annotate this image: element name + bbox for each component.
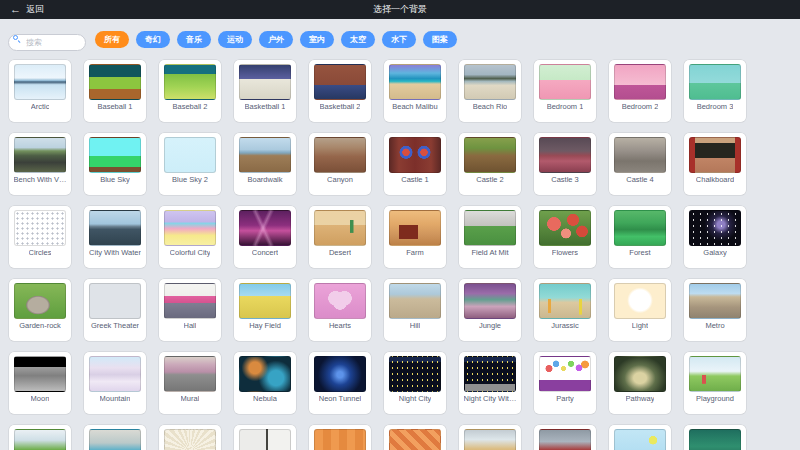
backdrop-card[interactable]: Galaxy bbox=[684, 206, 746, 268]
backdrop-label: Basketball 1 bbox=[245, 102, 286, 112]
backdrop-card[interactable]: Hearts bbox=[309, 279, 371, 341]
filter-tag-7[interactable]: 水下 bbox=[382, 31, 416, 48]
backdrop-thumbnail bbox=[689, 429, 741, 450]
filter-tag-3[interactable]: 运动 bbox=[218, 31, 252, 48]
backdrop-card[interactable]: Hay Field bbox=[234, 279, 296, 341]
filter-tag-2[interactable]: 音乐 bbox=[177, 31, 211, 48]
backdrop-card[interactable]: Bedroom 1 bbox=[534, 60, 596, 122]
backdrop-card[interactable]: Blue Sky bbox=[84, 133, 146, 195]
backdrop-thumbnail bbox=[314, 283, 366, 319]
backdrop-card[interactable]: Garden-rock bbox=[9, 279, 71, 341]
backdrop-thumbnail bbox=[689, 356, 741, 392]
backdrop-card[interactable] bbox=[459, 425, 521, 450]
backdrop-label: Nebula bbox=[253, 394, 277, 404]
topbar: ← 返回 选择一个背景 bbox=[0, 0, 800, 19]
backdrop-card[interactable]: Baseball 1 bbox=[84, 60, 146, 122]
backdrop-card[interactable] bbox=[609, 425, 671, 450]
backdrop-card[interactable]: Colorful City bbox=[159, 206, 221, 268]
backdrop-card[interactable] bbox=[9, 425, 71, 450]
backdrop-card[interactable]: Blue Sky 2 bbox=[159, 133, 221, 195]
backdrop-label: Circles bbox=[29, 248, 52, 258]
backdrop-card[interactable]: Basketball 1 bbox=[234, 60, 296, 122]
filter-tag-0[interactable]: 所有 bbox=[95, 31, 129, 48]
backdrop-label: Night City bbox=[399, 394, 432, 404]
backdrop-card[interactable]: Castle 4 bbox=[609, 133, 671, 195]
backdrop-card[interactable]: Arctic bbox=[9, 60, 71, 122]
backdrop-card[interactable]: Castle 2 bbox=[459, 133, 521, 195]
backdrop-card[interactable]: Mountain bbox=[84, 352, 146, 414]
backdrop-card[interactable]: Circles bbox=[9, 206, 71, 268]
backdrop-thumbnail bbox=[239, 429, 291, 450]
backdrop-card[interactable]: Hill bbox=[384, 279, 446, 341]
backdrop-card[interactable] bbox=[159, 425, 221, 450]
backdrop-card[interactable]: Hall bbox=[159, 279, 221, 341]
backdrop-card[interactable]: Metro bbox=[684, 279, 746, 341]
backdrop-card[interactable]: Jungle bbox=[459, 279, 521, 341]
backdrop-card[interactable]: Jurassic bbox=[534, 279, 596, 341]
backdrop-card[interactable]: Castle 1 bbox=[384, 133, 446, 195]
backdrop-card[interactable]: Forest bbox=[609, 206, 671, 268]
backdrop-card[interactable]: Night City bbox=[384, 352, 446, 414]
backdrop-card[interactable]: Mural bbox=[159, 352, 221, 414]
backdrop-card[interactable]: Basketball 2 bbox=[309, 60, 371, 122]
backdrop-card[interactable] bbox=[309, 425, 371, 450]
backdrop-card[interactable]: Neon Tunnel bbox=[309, 352, 371, 414]
backdrop-card[interactable]: Moon bbox=[9, 352, 71, 414]
backdrop-thumbnail bbox=[464, 356, 516, 392]
backdrop-card[interactable] bbox=[84, 425, 146, 450]
backdrop-card[interactable]: Party bbox=[534, 352, 596, 414]
backdrop-label: Boardwalk bbox=[247, 175, 282, 185]
backdrop-thumbnail bbox=[89, 283, 141, 319]
backdrop-label: Bench With V… bbox=[14, 175, 67, 185]
backdrop-card[interactable]: Beach Rio bbox=[459, 60, 521, 122]
backdrop-card[interactable]: Concert bbox=[234, 206, 296, 268]
backdrop-card[interactable] bbox=[684, 425, 746, 450]
backdrop-card[interactable]: Beach Malibu bbox=[384, 60, 446, 122]
backdrop-label: Jungle bbox=[479, 321, 501, 331]
backdrop-thumbnail bbox=[689, 283, 741, 319]
filter-tag-1[interactable]: 奇幻 bbox=[136, 31, 170, 48]
backdrop-card[interactable]: Baseball 2 bbox=[159, 60, 221, 122]
filter-tag-8[interactable]: 图案 bbox=[423, 31, 457, 48]
backdrop-card[interactable]: Castle 3 bbox=[534, 133, 596, 195]
backdrop-card[interactable]: Flowers bbox=[534, 206, 596, 268]
filter-tag-4[interactable]: 户外 bbox=[259, 31, 293, 48]
backdrop-thumbnail bbox=[14, 210, 66, 246]
backdrop-card[interactable]: Greek Theater bbox=[84, 279, 146, 341]
backdrop-card[interactable]: Playground bbox=[684, 352, 746, 414]
backdrop-label: Party bbox=[556, 394, 574, 404]
backdrop-card[interactable]: Desert bbox=[309, 206, 371, 268]
back-label: 返回 bbox=[26, 3, 44, 16]
backdrop-card[interactable]: Bedroom 3 bbox=[684, 60, 746, 122]
backdrop-card[interactable]: Pathway bbox=[609, 352, 671, 414]
backdrop-label: Arctic bbox=[31, 102, 50, 112]
backdrop-thumbnail bbox=[89, 356, 141, 392]
backdrop-card[interactable] bbox=[384, 425, 446, 450]
backdrop-card[interactable]: Nebula bbox=[234, 352, 296, 414]
backdrop-card[interactable]: Canyon bbox=[309, 133, 371, 195]
backdrop-thumbnail bbox=[614, 429, 666, 450]
backdrop-card[interactable]: Bedroom 2 bbox=[609, 60, 671, 122]
backdrop-card[interactable]: Boardwalk bbox=[234, 133, 296, 195]
backdrop-card[interactable]: Night City Wit… bbox=[459, 352, 521, 414]
backdrop-thumbnail bbox=[164, 210, 216, 246]
backdrop-card[interactable]: Bench With V… bbox=[9, 133, 71, 195]
backdrop-card[interactable]: Farm bbox=[384, 206, 446, 268]
backdrop-card[interactable]: City With Water bbox=[84, 206, 146, 268]
backdrop-thumbnail bbox=[14, 137, 66, 173]
page-title: 选择一个背景 bbox=[0, 3, 800, 16]
backdrop-card[interactable] bbox=[234, 425, 296, 450]
backdrop-label: Castle 1 bbox=[401, 175, 429, 185]
filter-tag-6[interactable]: 太空 bbox=[341, 31, 375, 48]
backdrop-thumbnail bbox=[314, 64, 366, 100]
backdrop-label: Bedroom 2 bbox=[622, 102, 659, 112]
backdrop-label: Hall bbox=[184, 321, 197, 331]
backdrop-label: Moon bbox=[31, 394, 50, 404]
backdrop-card[interactable]: Chalkboard bbox=[684, 133, 746, 195]
filter-tag-5[interactable]: 室内 bbox=[300, 31, 334, 48]
backdrop-card[interactable]: Light bbox=[609, 279, 671, 341]
backdrop-card[interactable]: Field At Mit bbox=[459, 206, 521, 268]
backdrop-card[interactable] bbox=[534, 425, 596, 450]
backdrop-thumbnail bbox=[239, 210, 291, 246]
back-button[interactable]: ← 返回 bbox=[10, 3, 44, 16]
